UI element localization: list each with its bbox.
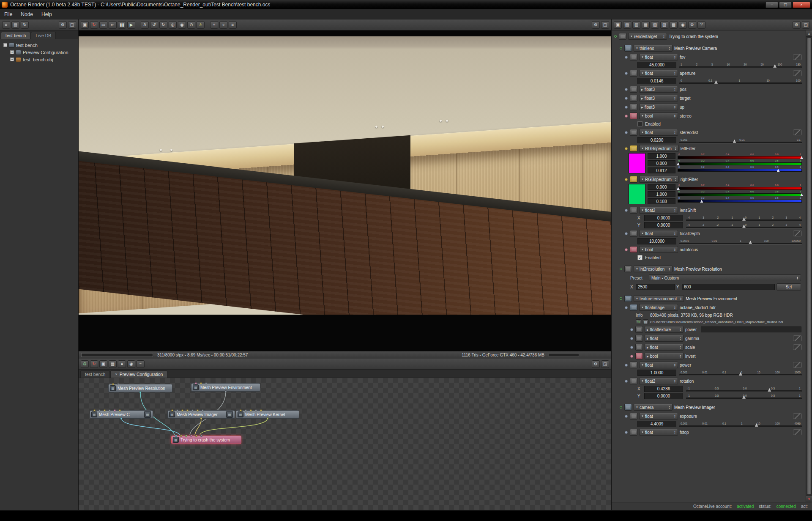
node-pin-dot[interactable] [625, 380, 628, 383]
expand-arrow-icon[interactable]: ▼ [641, 72, 644, 74]
lensShift-y-slider[interactable]: -4-3-2-101234 [686, 223, 802, 228]
restart-render-icon[interactable]: ↻ [90, 21, 98, 29]
expand-arrow-icon[interactable]: ▼ [641, 380, 644, 382]
play-icon[interactable]: ▶ [127, 21, 135, 29]
node-pin[interactable] [120, 417, 123, 420]
rightFilter-b-slider[interactable]: 00.20.40.60.81 [678, 197, 802, 203]
pan-icon[interactable]: + [210, 21, 218, 29]
channel-gradient-track[interactable] [678, 200, 802, 203]
export-image-icon[interactable]: ▦ [109, 360, 117, 368]
node-pin[interactable] [191, 409, 194, 411]
Mesh Preview Camera-type-dropdown[interactable]: ▼thinlens▲▼ [634, 45, 673, 52]
node-pin[interactable] [195, 435, 197, 437]
spinner-icon[interactable]: ▲▼ [667, 267, 670, 271]
node-pin[interactable] [240, 409, 242, 411]
node-pin[interactable] [114, 409, 116, 411]
leftFilter-b-slider[interactable]: 00.20.40.60.81 [678, 166, 802, 172]
leftFilter-r-slider[interactable]: 00.20.40.60.81 [678, 153, 802, 159]
node-pin[interactable] [267, 417, 269, 420]
scrollbar-thumb[interactable] [807, 38, 812, 495]
node-pin[interactable] [139, 391, 142, 393]
pos-type-dropdown[interactable]: ▶float3▲▼ [639, 86, 678, 93]
spinner-icon[interactable]: ▲▼ [672, 248, 676, 251]
rotation-y-slider[interactable]: -1-0.50.00.51 [686, 394, 802, 399]
slider-track[interactable] [679, 82, 802, 84]
node-pin-dot[interactable] [620, 406, 622, 409]
scroll-up-button[interactable]: ▲ [806, 30, 812, 37]
node-pin[interactable] [98, 409, 101, 411]
tree-item-test-bench-obj[interactable]: +test_bench.obj [1, 56, 77, 63]
node-pin-dot[interactable] [630, 355, 633, 358]
graph-tab-test-bench[interactable]: test bench [80, 370, 110, 378]
node-pin[interactable] [119, 409, 121, 411]
spinner-icon[interactable]: ▲▼ [678, 354, 681, 358]
spinner-icon[interactable]: ▲▼ [673, 178, 677, 181]
channel-slider-thumb[interactable] [800, 156, 803, 159]
tree-expander[interactable]: − [3, 43, 7, 47]
node-pin[interactable] [180, 435, 182, 437]
power-type-dropdown[interactable]: ▶floattexture▲▼ [645, 326, 684, 333]
slider-track[interactable] [686, 390, 802, 392]
expand-arrow-icon[interactable]: ▼ [641, 415, 644, 417]
settings-wrench-icon[interactable]: ⚙ [59, 21, 67, 29]
stereodist-slider[interactable]: 0.0010.010.1 [679, 138, 802, 143]
spinner-icon[interactable]: ▲▼ [672, 105, 676, 109]
channel-slider-thumb[interactable] [777, 169, 780, 172]
graph-node-mesh-preview-resolution[interactable]: ▦Mesh Preview Resolution [108, 384, 172, 392]
save-render-icon[interactable]: ▣ [81, 21, 89, 29]
up-type-dropdown[interactable]: ▶float3▲▼ [639, 104, 678, 110]
power-graph-link-icon[interactable] [793, 362, 802, 368]
power-slider[interactable]: 0.0010.010.11101001000 [679, 371, 802, 376]
node-pin-dot[interactable] [625, 178, 628, 181]
render-viewport[interactable] [79, 30, 611, 351]
settings-wrench-icon[interactable]: ⚙ [592, 360, 600, 368]
leftFilter-color-swatch[interactable] [629, 153, 645, 173]
spinner-icon[interactable]: ▲▼ [672, 379, 676, 383]
image-settings-icon[interactable]: ▩ [670, 21, 678, 29]
node-pin[interactable] [175, 435, 177, 437]
spinner-icon[interactable]: ▲▼ [667, 406, 670, 409]
lensShift-x-value-input[interactable]: 0.0000 [644, 215, 683, 221]
stereodist-type-dropdown[interactable]: ▼float▲▼ [639, 129, 678, 136]
node-pin-dot[interactable] [625, 56, 628, 59]
refresh-image-icon[interactable]: ↻ [636, 319, 641, 324]
node-pin-dot[interactable] [630, 346, 633, 349]
rightFilter-channel-0-input[interactable]: 0.000 [648, 184, 675, 190]
exposure-value-input[interactable]: 4.4009 [637, 421, 676, 427]
node-pin[interactable] [260, 409, 262, 411]
expand-arrow-icon[interactable]: ▼ [636, 47, 638, 49]
fstop-type-dropdown[interactable]: ▼float▲▼ [639, 429, 678, 436]
expand-arrow-icon[interactable]: ▶ [647, 337, 649, 340]
aperture-slider[interactable]: 00.1110100 [679, 79, 802, 84]
stereo-type-dropdown[interactable]: ▼bool▲▼ [639, 112, 678, 119]
slider-track[interactable] [679, 66, 802, 68]
leftFilter-type-dropdown[interactable]: ▼RGBspectrum▲▼ [639, 145, 679, 152]
channel-slider-thumb[interactable] [700, 200, 703, 203]
restart-render-icon[interactable]: ↻ [90, 360, 98, 368]
rightFilter-r-slider[interactable]: 00.20.40.60.81 [678, 184, 802, 190]
node-pin-dot[interactable] [625, 88, 628, 91]
power-texture-slot[interactable] [701, 326, 801, 332]
node-pin-dot[interactable] [625, 97, 628, 100]
help-icon[interactable]: ? [697, 21, 705, 29]
expand-arrow-icon[interactable]: ▼ [636, 406, 638, 409]
channel-slider-thumb[interactable] [677, 162, 680, 165]
environment-icon[interactable]: ◉ [679, 21, 687, 29]
slider-track[interactable] [679, 142, 802, 143]
leftFilter-channel-2-input[interactable]: 0.812 [648, 167, 675, 173]
fullscreen-icon[interactable]: ◳ [802, 21, 810, 29]
spinner-icon[interactable]: ▲▼ [672, 232, 676, 235]
slider-track[interactable] [686, 219, 802, 221]
device-settings-icon[interactable]: ▧ [651, 21, 659, 29]
node-pin[interactable] [176, 409, 178, 411]
node-pin[interactable] [117, 383, 119, 385]
rotate-cw-icon[interactable]: ↻ [159, 21, 167, 29]
node-pin-dot[interactable] [630, 328, 633, 331]
node-pin[interactable] [225, 390, 227, 392]
expand-arrow-icon[interactable]: ▶ [647, 328, 649, 331]
fullscreen-icon[interactable]: ◳ [601, 21, 609, 29]
expand-arrow-icon[interactable]: ▶ [647, 355, 649, 358]
fov-type-dropdown[interactable]: ▼float▲▼ [639, 54, 678, 60]
spinner-icon[interactable]: ▲▼ [667, 47, 670, 50]
expand-arrow-icon[interactable]: ▼ [641, 248, 644, 251]
